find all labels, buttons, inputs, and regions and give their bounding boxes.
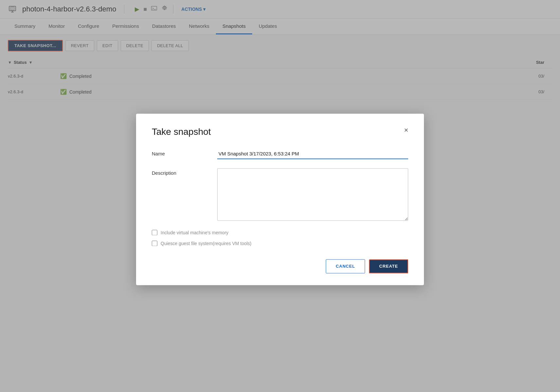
name-row: Name (152, 149, 408, 159)
modal-footer: CANCEL CREATE (152, 259, 408, 273)
memory-checkbox-label: Include virtual machine's memory (161, 230, 228, 235)
memory-checkbox-row: Include virtual machine's memory (152, 230, 408, 235)
create-button[interactable]: CREATE (369, 259, 408, 273)
modal-title: Take snapshot (152, 127, 211, 137)
quiesce-checkbox[interactable] (152, 241, 157, 246)
modal-close-button[interactable]: × (404, 127, 408, 134)
memory-checkbox[interactable] (152, 230, 157, 235)
cancel-button[interactable]: CANCEL (326, 259, 365, 273)
name-label: Name (152, 149, 217, 156)
name-input[interactable] (217, 149, 408, 159)
modal-header: Take snapshot × (152, 127, 408, 137)
quiesce-checkbox-row: Quiesce guest file system(requires VM to… (152, 241, 408, 246)
take-snapshot-modal: Take snapshot × Name Description Include… (136, 114, 424, 285)
description-label: Description (152, 168, 217, 176)
description-textarea[interactable] (217, 168, 408, 221)
description-row: Description (152, 168, 408, 221)
quiesce-checkbox-label: Quiesce guest file system(requires VM to… (161, 241, 252, 246)
